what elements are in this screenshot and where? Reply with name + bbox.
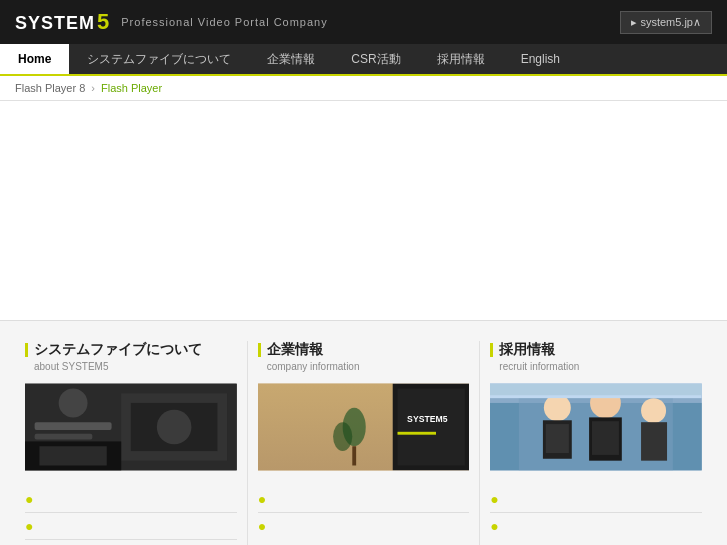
header-left: SYSTEM 5 Professional Video Portal Compa… (15, 9, 328, 35)
header-tagline: Professional Video Portal Company (121, 16, 327, 28)
svg-text:SYSTEM5: SYSTEM5 (407, 414, 448, 424)
main-content-area (0, 101, 727, 321)
main-nav: Home システムファイブについて 企業情報 CSR活動 採用情報 Englis… (0, 44, 727, 76)
svg-rect-14 (397, 389, 464, 466)
svg-rect-31 (641, 422, 667, 460)
section-about-title-en: about SYSTEM5 (34, 361, 237, 372)
svg-point-2 (59, 389, 88, 418)
domain-button[interactable]: ▸ system5.jp∧ (620, 11, 712, 34)
breadcrumb-link[interactable]: Flash Player (101, 82, 162, 94)
svg-rect-16 (397, 432, 435, 435)
section-company-image: SYSTEM5 (258, 382, 470, 472)
logo: SYSTEM 5 (15, 9, 109, 35)
section-company-list-item-1[interactable]: ● (258, 486, 470, 513)
svg-point-24 (544, 394, 571, 421)
nav-home[interactable]: Home (0, 44, 69, 74)
section-recruit: 採用情報 recruit information ● (480, 341, 712, 545)
section-recruit-image (490, 382, 702, 472)
section-recruit-list-item-1[interactable]: ● (490, 486, 702, 513)
sections-container: システムファイブについて about SYSTEM5 ● ● (0, 321, 727, 545)
section-recruit-title-jp: 採用情報 (490, 341, 702, 359)
nav-company[interactable]: 企業情報 (249, 44, 333, 74)
svg-rect-26 (546, 424, 569, 453)
domain-label: ▸ system5.jp∧ (631, 16, 701, 29)
section-about-list: ● ● ● (25, 486, 237, 545)
section-company-list: ● ● (258, 486, 470, 539)
bullet-icon: ● (490, 492, 498, 506)
section-about-list-item-2[interactable]: ● (25, 513, 237, 540)
svg-rect-4 (35, 434, 93, 440)
logo-5-text: 5 (97, 9, 109, 35)
svg-rect-12 (258, 384, 393, 471)
breadcrumb: Flash Player 8 › Flash Player (0, 76, 727, 101)
nav-csr[interactable]: CSR活動 (333, 44, 418, 74)
svg-point-18 (333, 422, 352, 451)
svg-rect-19 (352, 446, 356, 465)
section-about-image (25, 382, 237, 472)
section-about-list-item-3[interactable]: ● (25, 540, 237, 545)
bullet-icon: ● (258, 519, 266, 533)
svg-point-7 (157, 410, 192, 445)
nav-about[interactable]: システムファイブについて (69, 44, 249, 74)
breadcrumb-separator: › (91, 82, 95, 94)
section-about: システムファイブについて about SYSTEM5 ● ● (15, 341, 248, 545)
svg-rect-29 (592, 421, 619, 455)
section-company-title-jp: 企業情報 (258, 341, 470, 359)
nav-english[interactable]: English (503, 44, 578, 74)
bullet-icon: ● (258, 492, 266, 506)
section-company-list-item-2[interactable]: ● (258, 513, 470, 539)
header: SYSTEM 5 Professional Video Portal Compa… (0, 0, 727, 44)
section-recruit-list: ● ● (490, 486, 702, 539)
svg-rect-3 (35, 422, 112, 430)
section-about-list-item-1[interactable]: ● (25, 486, 237, 513)
breadcrumb-first: Flash Player 8 (15, 82, 85, 94)
svg-rect-9 (39, 446, 106, 465)
bullet-icon: ● (25, 519, 33, 533)
section-recruit-title-en: recruit information (499, 361, 702, 372)
section-recruit-list-item-2[interactable]: ● (490, 513, 702, 539)
bullet-icon: ● (490, 519, 498, 533)
nav-recruit[interactable]: 採用情報 (419, 44, 503, 74)
bullet-icon: ● (25, 492, 33, 506)
section-company: 企業情報 company information SYSTEM5 (248, 341, 481, 545)
section-company-title-en: company information (267, 361, 470, 372)
svg-point-30 (641, 398, 666, 423)
svg-rect-33 (490, 384, 702, 396)
logo-system-text: SYSTEM (15, 13, 95, 34)
section-about-title-jp: システムファイブについて (25, 341, 237, 359)
